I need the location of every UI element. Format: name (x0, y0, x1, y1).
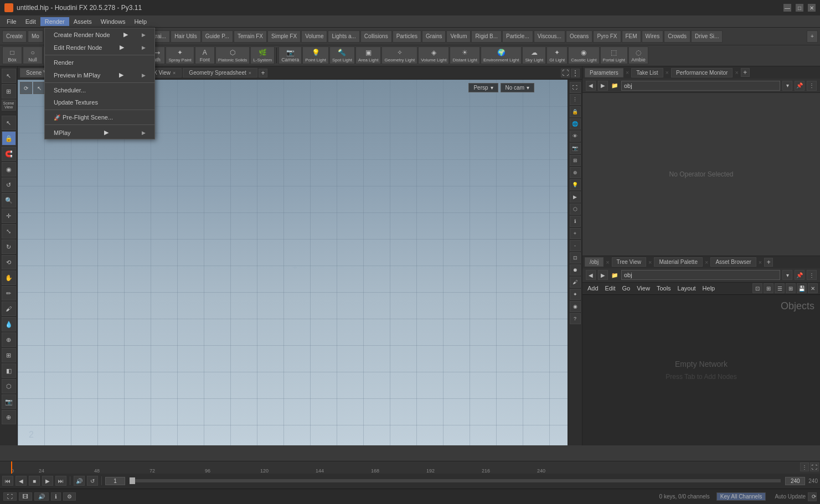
tool-box[interactable]: □ Box (2, 46, 22, 64)
tool-pen[interactable]: ✏ (2, 286, 16, 300)
tab-parameters[interactable]: Parameters (585, 68, 623, 77)
shelf-collisions[interactable]: Collisions (360, 30, 392, 43)
tool-portal-light[interactable]: ⬚ Portal Light (600, 46, 628, 64)
close-button[interactable]: ✕ (808, 4, 816, 12)
params-options[interactable]: ⋮ (807, 81, 817, 91)
status-settings[interactable]: ⚙ (63, 492, 76, 501)
tab-take-list[interactable]: Take List (631, 68, 663, 77)
shelf-particles[interactable]: Particles (393, 30, 421, 43)
tool-eyedropper[interactable]: 💧 (2, 317, 16, 331)
vp-tool-snap[interactable]: ⟳ (20, 82, 32, 94)
vrt-grid[interactable]: ⊞ (570, 155, 581, 166)
status-expand[interactable]: ⛶ (3, 492, 17, 501)
net-back[interactable]: ◀ (586, 270, 596, 280)
maximize-button[interactable]: □ (796, 4, 803, 12)
net-save[interactable]: 💾 (797, 283, 807, 293)
dd-item-update-textures[interactable]: Update Textures (45, 96, 154, 108)
ruler-options[interactable]: ⋮ (800, 463, 809, 471)
params-path-input[interactable] (621, 81, 780, 91)
net-menu-tools[interactable]: Tools (654, 284, 674, 292)
tab-tree-view[interactable]: Tree View (612, 257, 646, 267)
tool-axis[interactable]: ⊕ (2, 410, 16, 424)
dd-item-mplay[interactable]: MPlay ▶ (45, 126, 154, 139)
camera-view-button[interactable]: No cam ▾ (501, 83, 534, 92)
tool-camera-btn[interactable]: 📷 (2, 394, 16, 409)
tc-audio[interactable]: 🔊 (74, 476, 85, 486)
tool-extra4[interactable]: ⬡ (2, 379, 16, 393)
tab-obj-path[interactable]: /obj (585, 257, 604, 267)
tool-l-system[interactable]: 🌿 L-System (250, 46, 275, 64)
tc-stop[interactable]: ■ (29, 476, 40, 486)
tool-gi-light[interactable]: ✦ GI Light (546, 46, 568, 64)
vrt-globe[interactable]: 🌐 (570, 118, 581, 129)
vrt-snap[interactable]: ⊕ (570, 167, 581, 178)
tool-extra2[interactable]: ⊞ (2, 348, 16, 362)
vrt-lock[interactable]: 🔒 (570, 106, 581, 117)
menu-assets[interactable]: Assets (69, 17, 96, 26)
tool-font[interactable]: A Font (195, 46, 215, 64)
network-content[interactable]: Objects Empty Network Press Tab to Add N… (582, 295, 820, 446)
viewport-options[interactable]: ⋮ (571, 69, 580, 77)
tool-point-light[interactable]: 💡 Point Light (302, 46, 329, 64)
tool-geometry-light[interactable]: ✧ Geometry Light (381, 46, 417, 64)
net-fit[interactable]: ⊡ (752, 283, 762, 293)
tool-lock[interactable]: 🔒 (2, 131, 16, 146)
timeline-ruler[interactable]: 0 24 48 72 96 120 144 168 192 216 240 ⋮ … (0, 461, 820, 474)
tool-grab[interactable]: ✋ (2, 271, 16, 285)
net-menu-edit[interactable]: Edit (602, 284, 618, 292)
net-pin[interactable]: 📌 (795, 270, 804, 280)
vrt-particles[interactable]: ✦ (570, 289, 581, 300)
params-dropdown[interactable]: ▾ (782, 81, 792, 91)
menu-render[interactable]: Render (40, 17, 69, 26)
tool-magnet[interactable]: 🧲 (2, 147, 16, 161)
net-menu-view[interactable]: View (634, 284, 653, 292)
vrt-info[interactable]: ℹ (570, 216, 581, 227)
shelf-viscous[interactable]: Viscous... (534, 30, 565, 43)
vrt-zoom-out[interactable]: - (570, 240, 581, 251)
tool-sky-light[interactable]: ☁ Sky Light (522, 46, 546, 64)
status-anim[interactable]: 🎞 (19, 492, 32, 501)
shelf-simple-fx[interactable]: Simple FX (267, 30, 301, 43)
vrt-light[interactable]: 💡 (570, 179, 581, 190)
end-frame-input[interactable] (785, 477, 805, 485)
shelf-oceans[interactable]: Oceans (566, 30, 592, 43)
vrt-record[interactable]: ⏺ (570, 264, 581, 276)
add-network-tab[interactable]: + (764, 258, 773, 267)
dd-item-render[interactable]: Render (45, 56, 154, 69)
tool-rotate[interactable]: ↻ (2, 240, 16, 254)
tool-select[interactable]: ↖ (2, 69, 16, 83)
tc-last-frame[interactable]: ⏭ (55, 476, 66, 486)
tool-rotate-left[interactable]: ↺ (2, 178, 16, 192)
shelf-grains[interactable]: Grains (422, 30, 446, 43)
tool-scene-view[interactable]: ⊞ (2, 84, 16, 98)
tool-ambient[interactable]: ◌ Ambie (628, 46, 648, 64)
shelf-hair-utils[interactable]: Hair Utils (171, 30, 201, 43)
net-grid2[interactable]: ⊞ (764, 283, 773, 293)
dd-item-edit-render-node[interactable]: Edit Render Node ▶ (45, 41, 154, 54)
vrt-expand[interactable]: ⛶ (570, 82, 581, 93)
vrt-vis[interactable]: ⬡ (570, 204, 581, 215)
shelf-lights[interactable]: Lights a... (328, 30, 359, 43)
tool-zoom[interactable]: 🔍 (2, 193, 16, 207)
vrt-render[interactable]: ▶ (570, 191, 581, 202)
camera-perspective-button[interactable]: Persp ▾ (468, 83, 498, 92)
network-path-input[interactable] (621, 270, 780, 280)
tool-area-light[interactable]: ▣ Area Light (355, 46, 381, 64)
shelf-rigid-b[interactable]: Rigid B... (471, 30, 502, 43)
add-viewport-tab[interactable]: + (259, 69, 267, 77)
tool-scale[interactable]: ⤡ (2, 224, 16, 238)
shelf-fem[interactable]: FEM (622, 30, 641, 43)
vrt-eye[interactable]: 👁 (570, 131, 581, 142)
tc-play[interactable]: ▶ (42, 476, 53, 486)
tool-extra3[interactable]: ◧ (2, 363, 16, 378)
vrt-cam[interactable]: 📷 (570, 143, 581, 154)
scene-view-label[interactable]: Scene View (2, 100, 16, 111)
tc-prev-frame[interactable]: ◀ (16, 476, 27, 486)
shelf-guide-p[interactable]: Guide P... (202, 30, 233, 43)
tool-spot-light[interactable]: 🔦 Spot Light (329, 46, 355, 64)
tool-volume-light[interactable]: ◈ Volume Light (418, 46, 449, 64)
vp-tool-select2[interactable]: ↖ (33, 82, 45, 94)
auto-update-toggle[interactable]: ⟳ (808, 492, 817, 501)
tool-circle-sel[interactable]: ◉ (2, 162, 16, 176)
params-forward[interactable]: ▶ (598, 81, 608, 91)
